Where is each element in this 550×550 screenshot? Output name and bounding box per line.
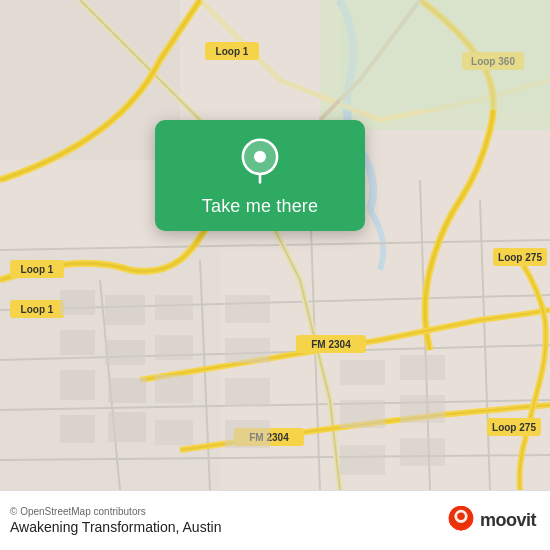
svg-text:Loop 1: Loop 1 (21, 304, 54, 315)
popup-card[interactable]: Take me there (155, 120, 365, 231)
svg-rect-50 (400, 395, 445, 423)
map-background: Loop 1 Loop 360 Loop 1 Loop 1 FM 2304 FM… (0, 0, 550, 490)
svg-text:Loop 275: Loop 275 (492, 422, 536, 433)
svg-rect-32 (60, 330, 95, 355)
svg-rect-43 (225, 338, 270, 363)
svg-rect-36 (60, 415, 95, 443)
moovit-wordmark: moovit (480, 510, 536, 531)
svg-rect-46 (340, 360, 385, 385)
bottom-left-info: © OpenStreetMap contributors Awakening T… (10, 506, 221, 535)
svg-rect-44 (225, 378, 270, 406)
svg-point-55 (254, 151, 266, 163)
svg-rect-52 (340, 0, 550, 110)
svg-rect-42 (225, 295, 270, 323)
svg-rect-48 (340, 445, 385, 475)
moovit-pin-icon (447, 505, 475, 537)
svg-rect-30 (60, 290, 95, 315)
svg-rect-34 (60, 370, 95, 400)
svg-rect-45 (225, 420, 270, 448)
svg-point-60 (457, 512, 465, 520)
svg-rect-31 (105, 295, 145, 325)
location-pin-icon (236, 138, 284, 186)
svg-text:Loop 1: Loop 1 (216, 46, 249, 57)
svg-rect-39 (155, 335, 193, 360)
svg-rect-40 (155, 375, 193, 403)
svg-rect-35 (108, 378, 146, 403)
map-container: Loop 1 Loop 360 Loop 1 Loop 1 FM 2304 FM… (0, 0, 550, 490)
svg-rect-38 (155, 295, 193, 320)
svg-text:FM 2304: FM 2304 (311, 339, 351, 350)
svg-rect-33 (105, 340, 145, 365)
svg-rect-41 (155, 420, 193, 445)
svg-text:Loop 1: Loop 1 (21, 264, 54, 275)
attribution-text: © OpenStreetMap contributors (10, 506, 221, 517)
svg-rect-37 (108, 412, 146, 442)
svg-rect-51 (400, 438, 445, 466)
svg-text:Loop 275: Loop 275 (498, 252, 542, 263)
svg-rect-47 (340, 400, 385, 428)
take-me-there-button[interactable]: Take me there (202, 196, 318, 217)
moovit-logo: moovit (447, 505, 536, 537)
bottom-bar: © OpenStreetMap contributors Awakening T… (0, 490, 550, 550)
svg-rect-49 (400, 355, 445, 380)
location-label: Awakening Transformation, Austin (10, 519, 221, 535)
